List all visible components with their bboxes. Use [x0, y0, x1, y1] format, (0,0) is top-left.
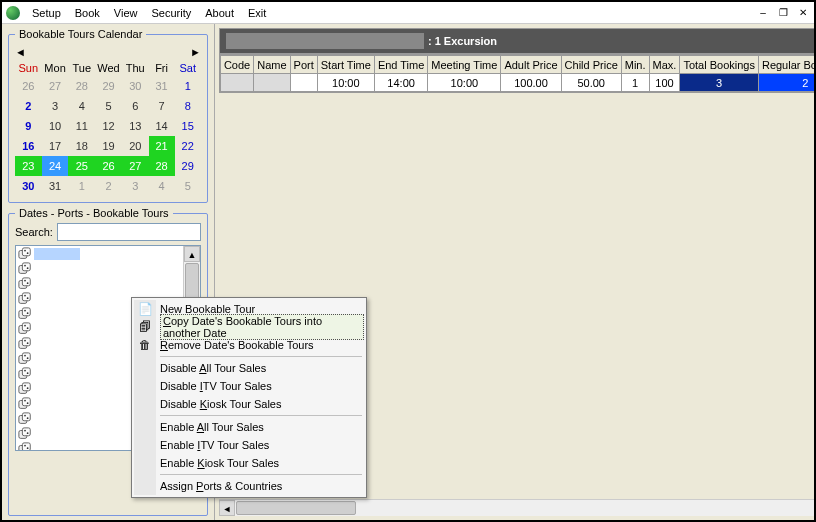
- grid-header[interactable]: Port: [290, 56, 317, 74]
- tree-item-selected: [34, 248, 80, 260]
- menu-book[interactable]: Book: [69, 5, 106, 21]
- calendar-day[interactable]: 4: [149, 176, 175, 196]
- grid-header[interactable]: Code: [220, 56, 253, 74]
- calendar-day[interactable]: 18: [68, 136, 95, 156]
- menu-view[interactable]: View: [108, 5, 144, 21]
- tree-item[interactable]: [16, 276, 182, 291]
- restore-button[interactable]: ❐: [776, 6, 790, 20]
- calendar-day[interactable]: 26: [15, 76, 42, 96]
- menu-security[interactable]: Security: [145, 5, 197, 21]
- calendar-day[interactable]: 30: [15, 176, 42, 196]
- calendar-day[interactable]: 14: [149, 116, 175, 136]
- scroll-left-button[interactable]: ◄: [219, 500, 235, 516]
- grid-header[interactable]: End Time: [374, 56, 427, 74]
- calendar-day[interactable]: 2: [95, 176, 122, 196]
- context-menu-label: Remove Date's Bookable Tours: [160, 339, 314, 351]
- calendar-day[interactable]: 31: [42, 176, 69, 196]
- grid-cell[interactable]: 10:00: [428, 74, 501, 92]
- calendar-day[interactable]: 3: [122, 176, 149, 196]
- tree-item[interactable]: [16, 246, 182, 261]
- calendar-day[interactable]: 11: [68, 116, 95, 136]
- context-menu-item[interactable]: Enable ITV Tour Sales: [134, 436, 364, 454]
- calendar-next-button[interactable]: ►: [190, 46, 201, 58]
- grid-cell[interactable]: 50.00: [561, 74, 621, 92]
- context-menu-item[interactable]: 🗑Remove Date's Bookable Tours: [134, 336, 364, 354]
- svg-point-31: [27, 357, 29, 359]
- context-menu-item[interactable]: Disable All Tour Sales: [134, 359, 364, 377]
- grid-cell[interactable]: 100.00: [501, 74, 561, 92]
- calendar-day[interactable]: 15: [175, 116, 201, 136]
- calendar-day[interactable]: 4: [68, 96, 95, 116]
- context-menu-item[interactable]: 🗐Copy Date's Bookable Tours into another…: [134, 318, 364, 336]
- hscroll-thumb[interactable]: [236, 501, 356, 515]
- calendar-day[interactable]: 24: [42, 156, 69, 176]
- calendar-day[interactable]: 31: [149, 76, 175, 96]
- calendar-prev-button[interactable]: ◄: [15, 46, 26, 58]
- menu-setup[interactable]: Setup: [26, 5, 67, 21]
- grid-cell[interactable]: [254, 74, 290, 92]
- grid-header[interactable]: Name: [254, 56, 290, 74]
- grid-cell[interactable]: [290, 74, 317, 92]
- calendar-day[interactable]: 27: [42, 76, 69, 96]
- calendar-day[interactable]: 23: [15, 156, 42, 176]
- calendar-day[interactable]: 5: [175, 176, 201, 196]
- grid-cell[interactable]: 14:00: [374, 74, 427, 92]
- menu-exit[interactable]: Exit: [242, 5, 272, 21]
- menu-about[interactable]: About: [199, 5, 240, 21]
- calendar-grid[interactable]: SunMonTueWedThuFriSat 262728293031123456…: [15, 60, 201, 196]
- calendar-day[interactable]: 12: [95, 116, 122, 136]
- calendar-day[interactable]: 16: [15, 136, 42, 156]
- search-input[interactable]: [57, 223, 201, 241]
- calendar-day[interactable]: 25: [68, 156, 95, 176]
- grid-hscrollbar[interactable]: ◄ ►: [219, 499, 816, 516]
- calendar-day[interactable]: 21: [149, 136, 175, 156]
- calendar-day[interactable]: 20: [122, 136, 149, 156]
- calendar-day[interactable]: 2: [15, 96, 42, 116]
- calendar-day[interactable]: 3: [42, 96, 69, 116]
- calendar-day[interactable]: 27: [122, 156, 149, 176]
- calendar-day[interactable]: 9: [15, 116, 42, 136]
- svg-point-34: [24, 369, 26, 371]
- grid-header[interactable]: Total Bookings: [680, 56, 759, 74]
- calendar-day[interactable]: 13: [122, 116, 149, 136]
- grid-cell[interactable]: 100: [649, 74, 680, 92]
- calendar-day[interactable]: 1: [68, 176, 95, 196]
- calendar-day[interactable]: 29: [175, 156, 201, 176]
- calendar-day[interactable]: 29: [95, 76, 122, 96]
- excursion-grid[interactable]: CodeNamePortStart TimeEnd TimeMeeting Ti…: [219, 54, 816, 93]
- calendar-day[interactable]: 26: [95, 156, 122, 176]
- context-menu-item[interactable]: Disable Kiosk Tour Sales: [134, 395, 364, 413]
- close-button[interactable]: ✕: [796, 6, 810, 20]
- calendar-day[interactable]: 6: [122, 96, 149, 116]
- context-menu-item[interactable]: Assign Ports & Countries: [134, 477, 364, 495]
- context-menu-item[interactable]: Enable All Tour Sales: [134, 418, 364, 436]
- calendar-day[interactable]: 1: [175, 76, 201, 96]
- calendar-day[interactable]: 30: [122, 76, 149, 96]
- minimize-button[interactable]: –: [756, 6, 770, 20]
- calendar-day[interactable]: 17: [42, 136, 69, 156]
- grid-header[interactable]: Start Time: [317, 56, 374, 74]
- grid-header[interactable]: Max.: [649, 56, 680, 74]
- grid-cell[interactable]: 10:00: [317, 74, 374, 92]
- grid-cell[interactable]: [220, 74, 253, 92]
- calendar-day[interactable]: 10: [42, 116, 69, 136]
- calendar-day[interactable]: 7: [149, 96, 175, 116]
- calendar-day[interactable]: 5: [95, 96, 122, 116]
- calendar-day[interactable]: 22: [175, 136, 201, 156]
- grid-header[interactable]: Adult Price: [501, 56, 561, 74]
- calendar-day[interactable]: 8: [175, 96, 201, 116]
- calendar-day[interactable]: 19: [95, 136, 122, 156]
- grid-header[interactable]: Min.: [621, 56, 649, 74]
- scroll-up-button[interactable]: ▲: [184, 246, 200, 262]
- tree-item[interactable]: [16, 261, 182, 276]
- grid-cell[interactable]: 2: [758, 74, 816, 92]
- grid-cell[interactable]: 3: [680, 74, 759, 92]
- grid-header[interactable]: Regular Bookings: [758, 56, 816, 74]
- calendar-day[interactable]: 28: [149, 156, 175, 176]
- grid-header[interactable]: Child Price: [561, 56, 621, 74]
- calendar-day[interactable]: 28: [68, 76, 95, 96]
- grid-cell[interactable]: 1: [621, 74, 649, 92]
- context-menu-item[interactable]: Disable ITV Tour Sales: [134, 377, 364, 395]
- context-menu-item[interactable]: Enable Kiosk Tour Sales: [134, 454, 364, 472]
- grid-header[interactable]: Meeting Time: [428, 56, 501, 74]
